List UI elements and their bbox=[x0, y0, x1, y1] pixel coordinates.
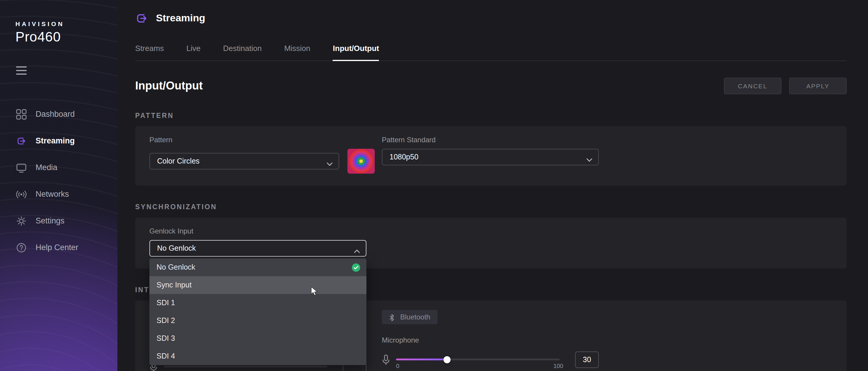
menu-option-sdi-1[interactable]: SDI 1 bbox=[149, 294, 366, 312]
menu-option-sdi-3[interactable]: SDI 3 bbox=[149, 330, 366, 347]
genlock-dropdown: No Genlock No Genlock Sy bbox=[149, 240, 366, 257]
pattern-select[interactable]: Color Circles bbox=[149, 153, 339, 169]
page-title: Input/Output bbox=[135, 80, 203, 92]
brand-logo: HAIVISION Pro460 bbox=[0, 0, 117, 45]
media-icon bbox=[16, 162, 27, 173]
cancel-button[interactable]: CANCEL bbox=[724, 78, 781, 94]
microphone-icon bbox=[382, 354, 390, 365]
menu-option-sdi-4[interactable]: SDI 4 bbox=[149, 347, 366, 365]
main-content: Streaming Streams Live Destination Missi… bbox=[117, 0, 868, 371]
page-actions: CANCEL APPLY bbox=[724, 78, 847, 94]
sidebar-item-media[interactable]: Media bbox=[0, 154, 117, 181]
sidebar-item-streaming[interactable]: Streaming bbox=[0, 127, 117, 154]
pattern-preview-thumbnail bbox=[347, 149, 375, 174]
sidebar-item-dashboard[interactable]: Dashboard bbox=[0, 101, 117, 127]
sidebar-item-label: Streaming bbox=[36, 136, 75, 145]
sidebar-item-help-center[interactable]: Help Center bbox=[0, 234, 117, 261]
app-title: Streaming bbox=[156, 12, 205, 24]
synchronization-card: Genlock Input No Genlock No Genlock bbox=[135, 217, 847, 269]
slider-max-label: 100 bbox=[554, 363, 563, 369]
audio-right-column: Bluetooth Microphone 0 100 bbox=[382, 310, 832, 371]
selected-check-icon bbox=[351, 263, 361, 272]
bluetooth-label: Bluetooth bbox=[400, 313, 430, 321]
microphone-label: Microphone bbox=[382, 336, 832, 344]
chevron-down-icon bbox=[586, 155, 592, 159]
brand-model: Pro460 bbox=[16, 29, 117, 45]
pattern-standard-field: Pattern Standard 1080p50 bbox=[382, 136, 832, 174]
slider-max-label: 100 bbox=[321, 370, 331, 371]
microphone-slider-knob[interactable] bbox=[443, 356, 450, 363]
menu-option-sdi-2[interactable]: SDI 2 bbox=[149, 312, 366, 330]
networks-icon bbox=[16, 189, 27, 199]
genlock-input-label: Genlock Input bbox=[149, 227, 832, 235]
microphone-value-box[interactable]: 30 bbox=[575, 351, 599, 368]
sidebar-item-label: Networks bbox=[36, 190, 69, 198]
sidebar-item-networks[interactable]: Networks bbox=[0, 181, 117, 208]
pattern-standard-value: 1080p50 bbox=[390, 153, 418, 161]
sidebar-item-label: Help Center bbox=[36, 243, 78, 252]
sidebar-item-label: Dashboard bbox=[36, 110, 75, 119]
bluetooth-icon bbox=[389, 313, 396, 321]
app-header: Streaming bbox=[135, 0, 847, 25]
tab-streams[interactable]: Streams bbox=[135, 44, 164, 60]
pattern-label: Pattern bbox=[149, 136, 375, 144]
genlock-select-value: No Genlock bbox=[157, 244, 196, 252]
apply-button[interactable]: APPLY bbox=[789, 78, 847, 94]
pattern-card: Pattern Color Circles bbox=[135, 126, 847, 185]
menu-option-sync-input[interactable]: Sync Input bbox=[149, 276, 366, 294]
hamburger-menu-icon[interactable] bbox=[16, 66, 27, 75]
section-title-synchronization: SYNCHRONIZATION bbox=[135, 203, 847, 210]
dashboard-icon bbox=[16, 109, 27, 119]
sidebar-nav: Dashboard Streaming Media bbox=[0, 101, 117, 261]
gear-icon bbox=[16, 215, 27, 226]
pattern-select-value: Color Circles bbox=[157, 157, 199, 165]
genlock-options-menu: No Genlock Sync Input SDI 1 bbox=[149, 258, 366, 365]
microphone-slider: 0 100 30 bbox=[382, 351, 832, 368]
tab-mission[interactable]: Mission bbox=[284, 44, 310, 60]
tab-input-output[interactable]: Input/Output bbox=[333, 44, 379, 61]
sidebar: HAIVISION Pro460 Dashboard bbox=[0, 0, 117, 371]
genlock-select[interactable]: No Genlock bbox=[149, 240, 366, 257]
tab-live[interactable]: Live bbox=[186, 44, 201, 60]
pattern-field: Pattern Color Circles bbox=[149, 136, 375, 174]
streaming-icon bbox=[135, 12, 148, 25]
microphone-slider-track[interactable]: 0 100 bbox=[396, 351, 560, 368]
brand-name: HAIVISION bbox=[16, 20, 117, 27]
app-window: HAIVISION Pro460 Dashboard bbox=[0, 0, 868, 371]
pattern-standard-select[interactable]: 1080p50 bbox=[382, 149, 599, 165]
chevron-down-icon bbox=[327, 159, 333, 163]
tab-destination[interactable]: Destination bbox=[223, 44, 262, 60]
sidebar-item-label: Media bbox=[36, 163, 58, 172]
section-title-pattern: PATTERN bbox=[135, 112, 847, 119]
chevron-up-icon bbox=[354, 247, 360, 250]
sidebar-item-label: Settings bbox=[36, 216, 65, 225]
tab-bar: Streams Live Destination Mission Input/O… bbox=[135, 44, 847, 61]
page-bar: Input/Output CANCEL APPLY bbox=[135, 78, 847, 94]
streaming-icon bbox=[16, 135, 27, 146]
pattern-standard-label: Pattern Standard bbox=[382, 136, 832, 144]
bluetooth-button[interactable]: Bluetooth bbox=[382, 310, 437, 324]
menu-option-no-genlock[interactable]: No Genlock bbox=[149, 258, 366, 276]
sidebar-item-settings[interactable]: Settings bbox=[0, 208, 117, 234]
slider-min-label: 0 bbox=[164, 370, 167, 371]
help-icon bbox=[16, 242, 27, 253]
slider-min-label: 0 bbox=[396, 363, 399, 369]
